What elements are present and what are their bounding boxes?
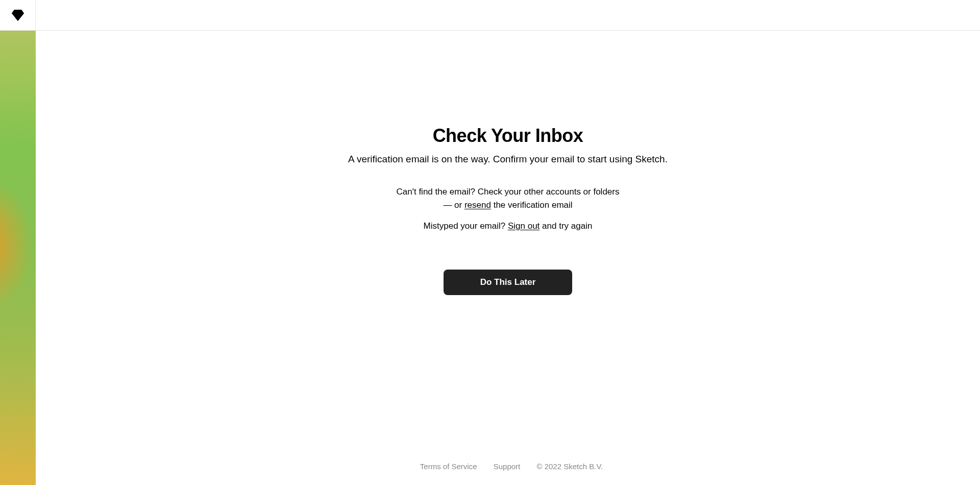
resend-link[interactable]: resend xyxy=(464,200,491,210)
do-this-later-button[interactable]: Do This Later xyxy=(444,270,573,295)
help-or: — or xyxy=(443,200,464,210)
content: Check Your Inbox A verification email is… xyxy=(324,31,692,295)
help-line1: Can't find the email? Check your other a… xyxy=(397,187,620,197)
help-text-resend: Can't find the email? Check your other a… xyxy=(324,185,692,212)
help-post1: the verification email xyxy=(494,200,573,210)
footer: Terms of Service Support © 2022 Sketch B… xyxy=(36,462,980,471)
help2-post: and try again xyxy=(542,221,592,231)
page-title: Check Your Inbox xyxy=(324,125,692,147)
page-subtitle: A verification email is on the way. Conf… xyxy=(324,154,692,165)
terms-link[interactable]: Terms of Service xyxy=(420,462,477,471)
decorative-sidebar xyxy=(0,0,36,485)
help-text-signout: Mistyped your email? Sign out and try ag… xyxy=(324,220,692,233)
main-panel: Check Your Inbox A verification email is… xyxy=(36,31,980,485)
logo-cell xyxy=(0,0,36,31)
header xyxy=(0,0,980,31)
help2-pre: Mistyped your email? xyxy=(424,221,508,231)
copyright-text: © 2022 Sketch B.V. xyxy=(536,462,603,471)
support-link[interactable]: Support xyxy=(494,462,521,471)
sign-out-link[interactable]: Sign out xyxy=(508,221,540,231)
sketch-logo-icon[interactable] xyxy=(12,10,24,21)
